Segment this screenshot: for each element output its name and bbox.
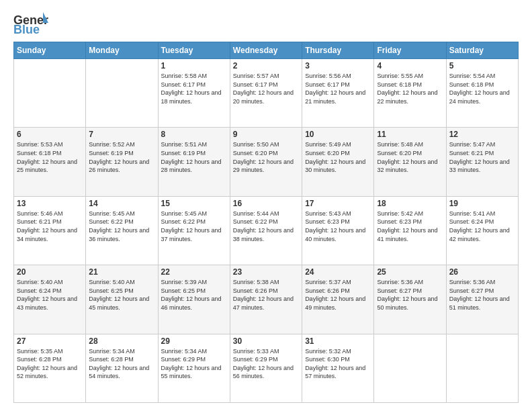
day-info: Sunrise: 5:49 AM Sunset: 6:20 PM Dayligh… — [305, 140, 371, 174]
day-info: Sunrise: 5:44 AM Sunset: 6:22 PM Dayligh… — [233, 210, 299, 243]
day-number: 6 — [17, 130, 83, 139]
day-info: Sunrise: 5:52 AM Sunset: 6:19 PM Dayligh… — [89, 140, 154, 174]
calendar-cell: 12Sunrise: 5:47 AM Sunset: 6:21 PM Dayli… — [446, 128, 518, 196]
day-number: 2 — [233, 61, 299, 71]
day-number: 5 — [449, 61, 515, 71]
calendar-cell: 23Sunrise: 5:38 AM Sunset: 6:26 PM Dayli… — [230, 265, 302, 334]
calendar-header-row: SundayMondayTuesdayWednesdayThursdayFrid… — [14, 42, 519, 59]
logo: General Blue — [13, 11, 48, 35]
calendar-header-monday: Monday — [86, 42, 158, 59]
calendar-header-wednesday: Wednesday — [230, 42, 302, 59]
calendar-header-thursday: Thursday — [302, 42, 374, 59]
calendar-cell: 22Sunrise: 5:39 AM Sunset: 6:25 PM Dayli… — [158, 265, 230, 334]
day-info: Sunrise: 5:48 AM Sunset: 6:20 PM Dayligh… — [377, 140, 443, 174]
day-number: 8 — [161, 130, 227, 139]
calendar-cell: 24Sunrise: 5:37 AM Sunset: 6:26 PM Dayli… — [302, 265, 374, 334]
calendar-cell: 27Sunrise: 5:35 AM Sunset: 6:28 PM Dayli… — [14, 334, 86, 402]
calendar-cell: 13Sunrise: 5:46 AM Sunset: 6:21 PM Dayli… — [14, 196, 86, 265]
day-number: 10 — [305, 130, 371, 139]
calendar-cell: 21Sunrise: 5:40 AM Sunset: 6:25 PM Dayli… — [86, 265, 158, 334]
day-info: Sunrise: 5:43 AM Sunset: 6:23 PM Dayligh… — [305, 210, 371, 243]
day-info: Sunrise: 5:36 AM Sunset: 6:27 PM Dayligh… — [449, 278, 515, 312]
day-number: 12 — [449, 130, 515, 139]
calendar-cell: 2Sunrise: 5:57 AM Sunset: 6:17 PM Daylig… — [230, 59, 302, 128]
day-info: Sunrise: 5:37 AM Sunset: 6:26 PM Dayligh… — [305, 278, 371, 312]
day-info: Sunrise: 5:32 AM Sunset: 6:30 PM Dayligh… — [305, 347, 371, 381]
svg-text:Blue: Blue — [13, 23, 40, 35]
day-info: Sunrise: 5:40 AM Sunset: 6:25 PM Dayligh… — [89, 278, 154, 312]
day-number: 7 — [89, 130, 154, 139]
calendar-cell — [446, 334, 518, 402]
calendar-cell: 6Sunrise: 5:53 AM Sunset: 6:18 PM Daylig… — [14, 128, 86, 196]
day-number: 26 — [449, 267, 515, 277]
day-info: Sunrise: 5:51 AM Sunset: 6:19 PM Dayligh… — [161, 140, 227, 174]
calendar-cell: 7Sunrise: 5:52 AM Sunset: 6:19 PM Daylig… — [86, 128, 158, 196]
day-info: Sunrise: 5:45 AM Sunset: 6:22 PM Dayligh… — [89, 210, 154, 243]
calendar-cell: 10Sunrise: 5:49 AM Sunset: 6:20 PM Dayli… — [302, 128, 374, 196]
calendar-cell — [374, 334, 446, 402]
day-info: Sunrise: 5:56 AM Sunset: 6:17 PM Dayligh… — [305, 72, 371, 105]
day-info: Sunrise: 5:47 AM Sunset: 6:21 PM Dayligh… — [449, 140, 515, 174]
day-info: Sunrise: 5:50 AM Sunset: 6:20 PM Dayligh… — [233, 140, 299, 174]
day-info: Sunrise: 5:46 AM Sunset: 6:21 PM Dayligh… — [17, 210, 83, 243]
day-number: 9 — [233, 130, 299, 139]
calendar-cell: 16Sunrise: 5:44 AM Sunset: 6:22 PM Dayli… — [230, 196, 302, 265]
day-info: Sunrise: 5:55 AM Sunset: 6:18 PM Dayligh… — [377, 72, 443, 105]
day-number: 24 — [305, 267, 371, 277]
day-number: 25 — [377, 267, 443, 277]
calendar-cell: 17Sunrise: 5:43 AM Sunset: 6:23 PM Dayli… — [302, 196, 374, 265]
calendar-cell: 14Sunrise: 5:45 AM Sunset: 6:22 PM Dayli… — [86, 196, 158, 265]
calendar-week-row: 27Sunrise: 5:35 AM Sunset: 6:28 PM Dayli… — [14, 334, 519, 402]
calendar-cell: 15Sunrise: 5:45 AM Sunset: 6:22 PM Dayli… — [158, 196, 230, 265]
calendar-header-friday: Friday — [374, 42, 446, 59]
calendar-cell: 18Sunrise: 5:42 AM Sunset: 6:23 PM Dayli… — [374, 196, 446, 265]
page: General Blue SundayMondayTuesdayWednesda… — [0, 0, 532, 411]
calendar-cell — [14, 59, 86, 128]
day-info: Sunrise: 5:38 AM Sunset: 6:26 PM Dayligh… — [233, 278, 299, 312]
day-number: 27 — [17, 336, 83, 346]
calendar-header-tuesday: Tuesday — [158, 42, 230, 59]
day-number: 20 — [17, 267, 83, 277]
day-info: Sunrise: 5:45 AM Sunset: 6:22 PM Dayligh… — [161, 210, 227, 243]
calendar-cell: 19Sunrise: 5:41 AM Sunset: 6:24 PM Dayli… — [446, 196, 518, 265]
calendar-cell: 25Sunrise: 5:36 AM Sunset: 6:27 PM Dayli… — [374, 265, 446, 334]
calendar-cell: 8Sunrise: 5:51 AM Sunset: 6:19 PM Daylig… — [158, 128, 230, 196]
calendar-cell: 26Sunrise: 5:36 AM Sunset: 6:27 PM Dayli… — [446, 265, 518, 334]
calendar-cell: 5Sunrise: 5:54 AM Sunset: 6:18 PM Daylig… — [446, 59, 518, 128]
calendar-week-row: 1Sunrise: 5:58 AM Sunset: 6:17 PM Daylig… — [14, 59, 519, 128]
calendar-cell: 9Sunrise: 5:50 AM Sunset: 6:20 PM Daylig… — [230, 128, 302, 196]
day-info: Sunrise: 5:41 AM Sunset: 6:24 PM Dayligh… — [449, 210, 515, 243]
calendar-header-saturday: Saturday — [446, 42, 518, 59]
day-number: 3 — [305, 61, 371, 71]
day-number: 17 — [305, 199, 371, 208]
day-info: Sunrise: 5:57 AM Sunset: 6:17 PM Dayligh… — [233, 72, 299, 105]
calendar-week-row: 20Sunrise: 5:40 AM Sunset: 6:24 PM Dayli… — [14, 265, 519, 334]
day-number: 18 — [377, 199, 443, 208]
calendar-cell: 11Sunrise: 5:48 AM Sunset: 6:20 PM Dayli… — [374, 128, 446, 196]
day-info: Sunrise: 5:39 AM Sunset: 6:25 PM Dayligh… — [161, 278, 227, 312]
calendar-cell: 29Sunrise: 5:34 AM Sunset: 6:29 PM Dayli… — [158, 334, 230, 402]
day-number: 30 — [233, 336, 299, 346]
day-number: 15 — [161, 199, 227, 208]
day-info: Sunrise: 5:34 AM Sunset: 6:29 PM Dayligh… — [161, 347, 227, 381]
day-number: 19 — [449, 199, 515, 208]
day-info: Sunrise: 5:40 AM Sunset: 6:24 PM Dayligh… — [17, 278, 83, 312]
day-info: Sunrise: 5:58 AM Sunset: 6:17 PM Dayligh… — [161, 72, 227, 105]
day-info: Sunrise: 5:36 AM Sunset: 6:27 PM Dayligh… — [377, 278, 443, 312]
day-number: 29 — [161, 336, 227, 346]
day-info: Sunrise: 5:33 AM Sunset: 6:29 PM Dayligh… — [233, 347, 299, 381]
day-number: 1 — [161, 61, 227, 71]
day-number: 11 — [377, 130, 443, 139]
day-number: 22 — [161, 267, 227, 277]
logo-icon: General Blue — [13, 11, 48, 35]
day-number: 21 — [89, 267, 154, 277]
day-info: Sunrise: 5:42 AM Sunset: 6:23 PM Dayligh… — [377, 210, 443, 243]
calendar-header-sunday: Sunday — [14, 42, 86, 59]
calendar-cell — [86, 59, 158, 128]
day-number: 14 — [89, 199, 154, 208]
day-info: Sunrise: 5:53 AM Sunset: 6:18 PM Dayligh… — [17, 140, 83, 174]
day-number: 13 — [17, 199, 83, 208]
day-info: Sunrise: 5:35 AM Sunset: 6:28 PM Dayligh… — [17, 347, 83, 381]
calendar-table: SundayMondayTuesdayWednesdayThursdayFrid… — [13, 42, 519, 403]
calendar-cell: 30Sunrise: 5:33 AM Sunset: 6:29 PM Dayli… — [230, 334, 302, 402]
